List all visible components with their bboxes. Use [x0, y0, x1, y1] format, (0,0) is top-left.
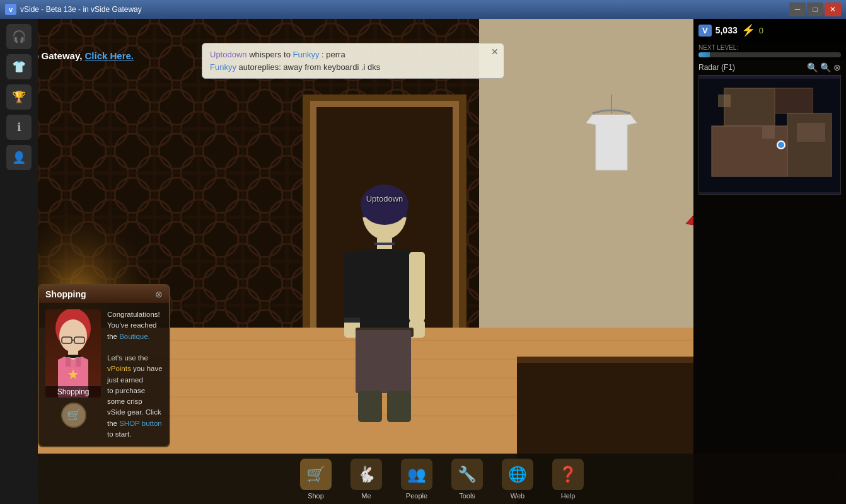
chat-text-1: : perra	[322, 50, 345, 59]
tools-icon: 🔧	[451, 459, 483, 490]
nav-label-help: Help	[561, 492, 576, 500]
sidebar-icon-avatar[interactable]: 👤	[6, 145, 32, 170]
svg-point-41	[59, 319, 87, 352]
nav-item-shop[interactable]: 🛒 Shop	[294, 459, 338, 500]
svg-rect-27	[362, 198, 407, 217]
separator: ⚡	[741, 23, 755, 37]
chat-line-1: Uptodown whispers to Funkyy : perra	[210, 49, 485, 61]
titlebar: v vSide - Beta 13e - in vSide Gateway ─ …	[0, 0, 846, 19]
level-fill	[698, 52, 710, 57]
radar-header: Radar (F1) 🔍 🔍 ⊗	[698, 62, 841, 72]
app-icon: v	[5, 4, 16, 15]
level-label: NEXT LEVEL:	[698, 44, 841, 51]
shopping-title: Shopping	[45, 289, 86, 299]
svg-rect-10	[479, 19, 693, 422]
sidebar-icon-trophy[interactable]: 🏆	[6, 84, 32, 110]
svg-rect-38	[358, 391, 382, 422]
svg-point-25	[362, 189, 407, 239]
minimize-button[interactable]: ─	[789, 3, 806, 16]
svg-rect-55	[762, 126, 775, 139]
close-button[interactable]: ✕	[825, 3, 841, 16]
svg-rect-60	[699, 192, 841, 195]
shopping-avatar-label: Shopping	[45, 386, 101, 398]
svg-rect-53	[712, 126, 787, 176]
svg-point-26	[361, 185, 409, 225]
nav-label-shop: Shop	[308, 492, 324, 500]
hud-level-bar: NEXT LEVEL:	[693, 42, 846, 60]
shopping-avatar-column: Shopping 🛒	[45, 309, 102, 440]
svg-rect-57	[718, 94, 731, 107]
svg-rect-14	[316, 107, 453, 334]
svg-rect-29	[374, 243, 395, 245]
shopping-avatar: Shopping	[45, 309, 101, 398]
score-value: 5,033	[716, 25, 738, 35]
shopping-body: Shopping 🛒 Congratulations! You've reach…	[39, 303, 169, 446]
svg-point-56	[777, 141, 785, 149]
sidebar-icon-shirt[interactable]: 👕	[6, 54, 32, 79]
nav-item-help[interactable]: ❓ Help	[546, 459, 590, 500]
chat-name-2: Funkyy	[293, 50, 320, 59]
nav-item-web[interactable]: 🌐 Web	[495, 459, 540, 500]
chat-close-button[interactable]: ✕	[491, 47, 499, 57]
window-title: vSide - Beta 13e - in vSide Gateway	[20, 5, 142, 14]
sidebar-icon-info[interactable]: ℹ	[6, 115, 32, 140]
shopping-cart-button[interactable]: 🛒	[61, 403, 86, 428]
nav-label-tools: Tools	[459, 492, 475, 500]
nav-item-people[interactable]: 👥 People	[395, 459, 439, 500]
shopping-header: Shopping ⊗	[39, 285, 169, 303]
nav-item-tools[interactable]: 🔧 Tools	[445, 459, 489, 500]
svg-rect-35	[344, 318, 360, 323]
level-progress-bar	[698, 52, 841, 57]
nav-label-me: Me	[361, 492, 371, 500]
svg-rect-49	[76, 357, 81, 367]
svg-rect-22	[517, 357, 693, 363]
nav-label-people: People	[406, 492, 427, 500]
nav-item-me[interactable]: 🐇 Me	[344, 459, 388, 500]
help-icon: ❓	[552, 459, 584, 490]
svg-rect-32	[344, 320, 360, 338]
svg-rect-30	[358, 249, 411, 331]
chat-bubble: Uptodown whispers to Funkyy : perra Funk…	[202, 43, 504, 79]
maximize-button[interactable]: □	[807, 3, 823, 16]
chat-text-2: autoreplies: away from keyboardi .i dks	[239, 62, 381, 72]
radar-zoom-out-button[interactable]: 🔍	[820, 62, 831, 72]
svg-rect-51	[724, 88, 775, 126]
me-icon: 🐇	[351, 459, 382, 490]
svg-rect-39	[387, 391, 411, 422]
radar-close-button[interactable]: ⊗	[833, 62, 841, 72]
sidebar-icon-headphones[interactable]: 🎧	[6, 24, 32, 49]
right-hud-panel: V 5,033 ⚡ 0 NEXT LEVEL: Radar (F1) 🔍 🔍 ⊗	[693, 19, 846, 504]
titlebar-left: v vSide - Beta 13e - in vSide Gateway	[5, 4, 142, 15]
shop-icon: 🛒	[300, 459, 332, 490]
radar-map	[698, 75, 841, 195]
left-sidebar: 🎧 👕 🏆 ℹ 👤	[0, 19, 38, 504]
svg-rect-34	[409, 320, 425, 338]
svg-rect-48	[66, 357, 71, 367]
nav-label-web: Web	[511, 492, 524, 500]
shopping-text-content: Congratulations! You've reached the Bout…	[107, 309, 163, 440]
skip-link[interactable]: Click Here.	[84, 50, 134, 61]
energy-value: 0	[759, 26, 763, 35]
people-icon: 👥	[401, 459, 432, 490]
svg-rect-12	[303, 94, 466, 334]
svg-rect-28	[377, 238, 392, 251]
vscore-badge: V	[698, 25, 712, 37]
radar-zoom-in-button[interactable]: 🔍	[807, 62, 818, 72]
shopping-text-instructions: Let's use the vPoints you have just earn…	[107, 353, 163, 440]
chat-name-1: Uptodown	[210, 50, 247, 59]
shopping-close-button[interactable]: ⊗	[155, 289, 163, 299]
chat-line-2: Funkyy autoreplies: away from keyboardi …	[210, 61, 485, 74]
chat-verb-1: whispers to	[249, 50, 293, 59]
svg-rect-11	[479, 19, 693, 422]
radar-controls: 🔍 🔍 ⊗	[807, 62, 841, 72]
titlebar-controls: ─ □ ✕	[789, 3, 841, 16]
hud-score-bar: V 5,033 ⚡ 0	[693, 19, 846, 42]
shopping-panel: Shopping ⊗	[38, 284, 170, 447]
svg-rect-52	[775, 88, 813, 113]
svg-rect-37	[356, 330, 411, 393]
radar-section: Radar (F1) 🔍 🔍 ⊗	[693, 60, 846, 197]
chat-name-3: Funkyy	[210, 62, 236, 72]
svg-rect-36	[356, 328, 414, 337]
svg-rect-31	[344, 252, 360, 321]
character-name-label: Uptodown	[353, 194, 416, 203]
